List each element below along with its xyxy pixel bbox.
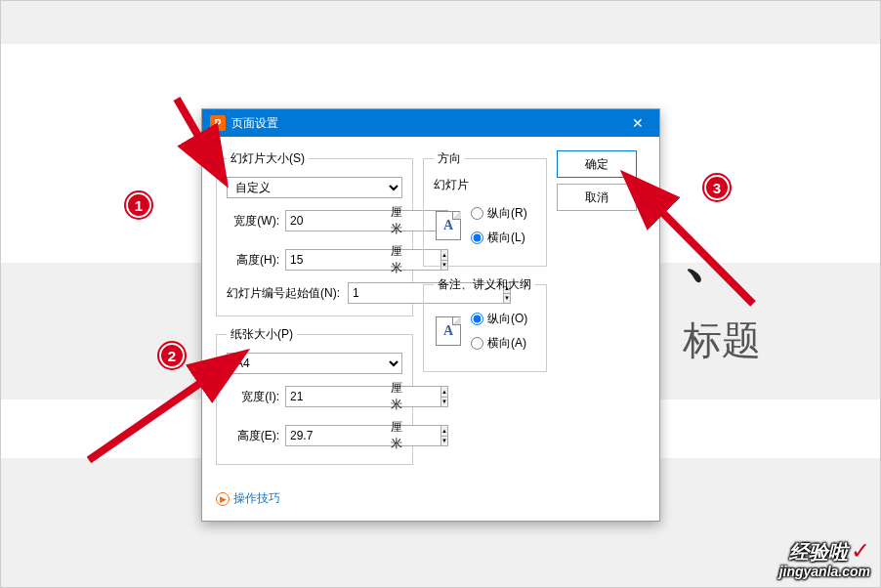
radio-label: 纵向(O) [487, 311, 527, 327]
orientation-group: 方向 幻灯片 A 纵向(R) 横向(L) [423, 150, 547, 267]
radio-input[interactable] [471, 337, 483, 350]
page-orientation-icon: A [436, 316, 461, 346]
watermark-text: 经验啦 [789, 541, 848, 563]
orientation-legend: 方向 [434, 150, 465, 167]
slide-landscape-radio[interactable]: 横向(L) [471, 230, 527, 246]
unit-label: 厘米 [391, 204, 402, 237]
paper-size-preset-select[interactable]: A4 [227, 353, 402, 374]
notes-portrait-radio[interactable]: 纵向(O) [471, 311, 527, 327]
close-icon[interactable]: ✕ [624, 109, 651, 137]
unit-label: 厘米 [391, 243, 402, 276]
slide-size-group: 幻灯片大小(S) 自定义 宽度(W): ▲ ▼ 厘米 [216, 150, 413, 316]
slide-start-number-label: 幻灯片编号起始值(N): [227, 285, 342, 302]
paper-height-input[interactable] [285, 425, 440, 446]
watermark-url: jingyanla.com [779, 565, 870, 579]
page-orientation-icon: A [436, 211, 461, 240]
radio-label: 横向(L) [487, 230, 525, 246]
page-setup-dialog: P 页面设置 ✕ 幻灯片大小(S) 自定义 宽度(W): ▲ [201, 108, 660, 522]
slide-size-preset-select[interactable]: 自定义 [227, 177, 402, 198]
unit-label: 厘米 [391, 380, 402, 413]
background-band-top [1, 1, 880, 44]
paper-size-legend: 纸张大小(P) [227, 326, 297, 343]
radio-label: 横向(A) [487, 335, 526, 352]
annotation-marker-1: 1 [126, 192, 151, 218]
annotation-marker-2: 2 [159, 343, 185, 368]
slide-height-input[interactable] [285, 249, 440, 271]
help-icon: ▶ [216, 492, 230, 506]
dialog-titlebar[interactable]: P 页面设置 ✕ [202, 109, 659, 137]
annotation-marker-3: 3 [704, 175, 730, 200]
paper-height-label: 高度(E): [227, 428, 279, 444]
slide-orientation-label: 幻灯片 [434, 177, 536, 193]
ok-button[interactable]: 确定 [557, 150, 637, 178]
watermark: 经验啦 ✓ jingyanla.com [779, 538, 870, 579]
app-icon: P [210, 115, 226, 131]
radio-input[interactable] [471, 231, 483, 244]
paper-size-group: 纸张大小(P) A4 宽度(I): ▲ ▼ 厘米 [216, 326, 413, 465]
slide-portrait-radio[interactable]: 纵向(R) [471, 205, 527, 222]
slide-width-input[interactable] [285, 210, 440, 231]
radio-input[interactable] [471, 313, 483, 325]
notes-landscape-radio[interactable]: 横向(A) [471, 335, 527, 352]
slide-width-label: 宽度(W): [227, 213, 279, 230]
dialog-title: 页面设置 [231, 115, 624, 132]
notes-orientation-group: 备注、讲义和大纲 A 纵向(O) 横向(A) [423, 276, 547, 372]
radio-input[interactable] [471, 207, 483, 220]
radio-label: 纵向(R) [487, 205, 527, 222]
paper-width-input[interactable] [285, 386, 440, 407]
watermark-check-icon: ✓ [851, 537, 870, 564]
help-tips-link[interactable]: 操作技巧 [233, 490, 280, 507]
slide-height-label: 高度(H): [227, 252, 279, 269]
unit-label: 厘米 [391, 419, 402, 452]
paper-width-label: 宽度(I): [227, 389, 279, 405]
cancel-button[interactable]: 取消 [557, 184, 637, 211]
slide-size-legend: 幻灯片大小(S) [227, 150, 309, 167]
notes-orientation-legend: 备注、讲义和大纲 [434, 276, 535, 293]
background-partial-text: 、 [683, 216, 741, 295]
background-subtitle-text: 标题 [683, 314, 761, 367]
